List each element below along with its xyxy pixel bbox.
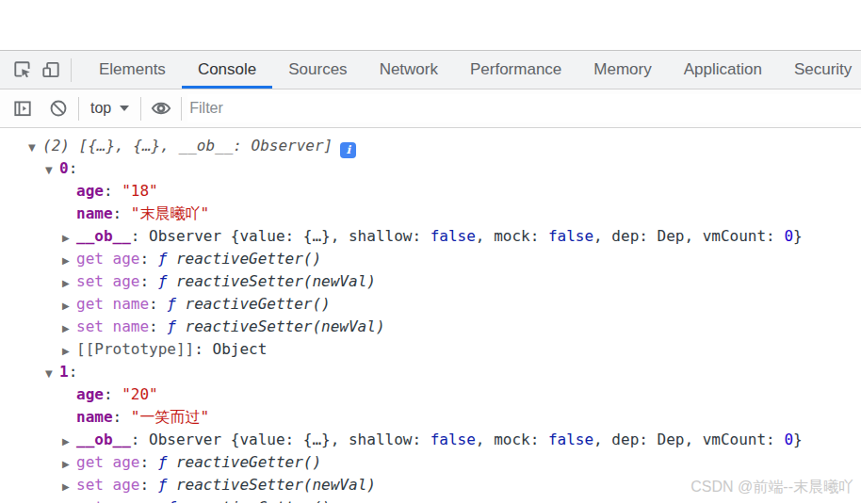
console-text: age: [76, 182, 104, 200]
filter-input[interactable]: [187, 94, 861, 122]
console-text: Object: [213, 340, 268, 358]
console-text: false: [430, 227, 476, 245]
console-text: "18": [122, 182, 158, 200]
tab-network[interactable]: Network: [364, 51, 454, 89]
filter-container: [187, 89, 861, 127]
toolbar-separator: [78, 97, 79, 121]
toggle-device-toolbar-button[interactable]: [37, 56, 65, 84]
console-text: reactiveGetter(): [176, 453, 321, 471]
disclosure-triangle-icon[interactable]: ▶: [62, 453, 76, 476]
clear-console-button[interactable]: [44, 94, 73, 122]
console-row: ▼(2) [{…}, {…}, __ob__: Observer]i: [0, 135, 861, 157]
chevron-down-icon: [120, 106, 129, 111]
info-icon[interactable]: i: [340, 142, 356, 158]
inspect-cursor-icon: [12, 59, 33, 80]
console-text: reactiveSetter(newVal): [186, 317, 385, 335]
console-text: :: [139, 272, 157, 290]
toolbar-separator: [181, 97, 182, 121]
disclosure-triangle-icon[interactable]: ▶: [62, 431, 76, 453]
console-text: get name: [76, 295, 149, 313]
console-text: :: [69, 159, 78, 177]
disclosure-triangle-icon[interactable]: ▼: [28, 137, 42, 159]
javascript-context-selector[interactable]: top: [85, 100, 135, 117]
console-text: [[Prototype]]: [76, 340, 194, 358]
console-text: name: [76, 408, 113, 426]
console-text: get name: [76, 498, 149, 503]
console-text: :: [139, 250, 157, 268]
console-text: : Observer {value: {…}, shallow:: [131, 431, 430, 448]
console-text: }: [793, 227, 803, 245]
console-text: ƒ: [167, 498, 185, 503]
console-row: ▶[[Prototype]]: Object: [0, 338, 861, 361]
console-rows: ▼(2) [{…}, {…}, __ob__: Observer]i▼0:age…: [0, 135, 861, 503]
tab-performance[interactable]: Performance: [454, 51, 577, 89]
inspect-element-button[interactable]: [8, 56, 37, 84]
tab-sources[interactable]: Sources: [272, 51, 363, 89]
console-text: :: [139, 476, 157, 494]
tab-application[interactable]: Application: [668, 51, 778, 89]
console-text: 0: [784, 227, 793, 245]
console-text: reactiveSetter(newVal): [176, 476, 376, 494]
console-text: :: [104, 385, 122, 403]
console-text: : Observer {value: {…}, shallow:: [131, 227, 430, 245]
tab-strip: ElementsConsoleSourcesNetworkPerformance…: [83, 51, 861, 89]
disclosure-triangle-icon[interactable]: ▶: [62, 498, 76, 503]
disclosure-triangle-icon[interactable]: ▶: [62, 227, 76, 250]
browser-page-area: [0, 0, 861, 51]
console-text: :: [194, 340, 212, 358]
console-text: get age: [76, 250, 139, 268]
console-text: name: [76, 204, 113, 222]
console-toolbar: top: [0, 89, 861, 128]
console-sidebar-icon: [12, 98, 33, 119]
console-row: ▶__ob__: Observer {value: {…}, shallow: …: [0, 225, 861, 248]
console-text: false: [548, 431, 593, 448]
tab-elements[interactable]: Elements: [83, 51, 182, 89]
disclosure-triangle-icon[interactable]: ▼: [45, 159, 59, 182]
console-sidebar-toggle-button[interactable]: [8, 94, 37, 122]
console-messages[interactable]: ▼(2) [{…}, {…}, __ob__: Observer]i▼0:age…: [0, 128, 861, 503]
disclosure-triangle-icon[interactable]: ▼: [45, 363, 59, 385]
disclosure-triangle-icon[interactable]: ▶: [62, 272, 76, 295]
console-text: :: [113, 408, 131, 426]
console-text: ƒ: [158, 476, 176, 494]
console-row: ▶get age: ƒ reactiveGetter(): [0, 248, 861, 270]
console-row: ▼1:: [0, 361, 861, 383]
console-text: set age: [76, 476, 139, 494]
context-selector-label: top: [90, 100, 111, 117]
console-text: reactiveSetter(newVal): [176, 272, 376, 290]
disclosure-triangle-icon[interactable]: ▶: [62, 476, 76, 498]
console-text: :: [139, 453, 157, 471]
console-row: ▶set name: ƒ reactiveSetter(newVal): [0, 316, 861, 338]
console-text: , mock:: [476, 227, 548, 245]
console-text: 1: [59, 363, 69, 381]
device-toolbar-icon: [41, 59, 61, 80]
console-row: age: "20": [0, 383, 861, 406]
disclosure-triangle-icon[interactable]: ▶: [62, 250, 76, 272]
console-text: "一笑而过": [131, 408, 209, 426]
tab-memory[interactable]: Memory: [577, 51, 667, 89]
console-text: "20": [122, 385, 158, 403]
devtools-tabbar: ElementsConsoleSourcesNetworkPerformance…: [0, 51, 861, 89]
tab-security[interactable]: Security: [778, 51, 861, 89]
console-text: (2) [{…}, {…}, __ob__: Observer]: [42, 137, 333, 154]
disclosure-triangle-icon[interactable]: ▶: [62, 317, 76, 340]
tabbar-icon-group: [0, 51, 83, 89]
live-expression-button[interactable]: [147, 94, 175, 122]
console-text: , mock:: [476, 431, 548, 448]
console-row: ▶__ob__: Observer {value: {…}, shallow: …: [0, 429, 861, 451]
console-text: set name: [76, 317, 149, 335]
disclosure-triangle-icon[interactable]: ▶: [62, 295, 76, 317]
console-text: :: [69, 363, 78, 381]
tab-console[interactable]: Console: [182, 51, 272, 89]
console-text: , dep: Dep, vmCount:: [593, 431, 784, 448]
console-text: :: [104, 182, 122, 200]
console-text: 0: [59, 159, 69, 177]
console-text: false: [430, 431, 476, 448]
clear-console-icon: [48, 98, 69, 119]
console-text: :: [149, 295, 167, 313]
console-row: ▶get age: ƒ reactiveGetter(): [0, 451, 861, 474]
console-text: age: [76, 385, 104, 403]
console-text: :: [149, 498, 167, 503]
console-text: ƒ: [167, 317, 185, 335]
disclosure-triangle-icon[interactable]: ▶: [62, 340, 76, 363]
